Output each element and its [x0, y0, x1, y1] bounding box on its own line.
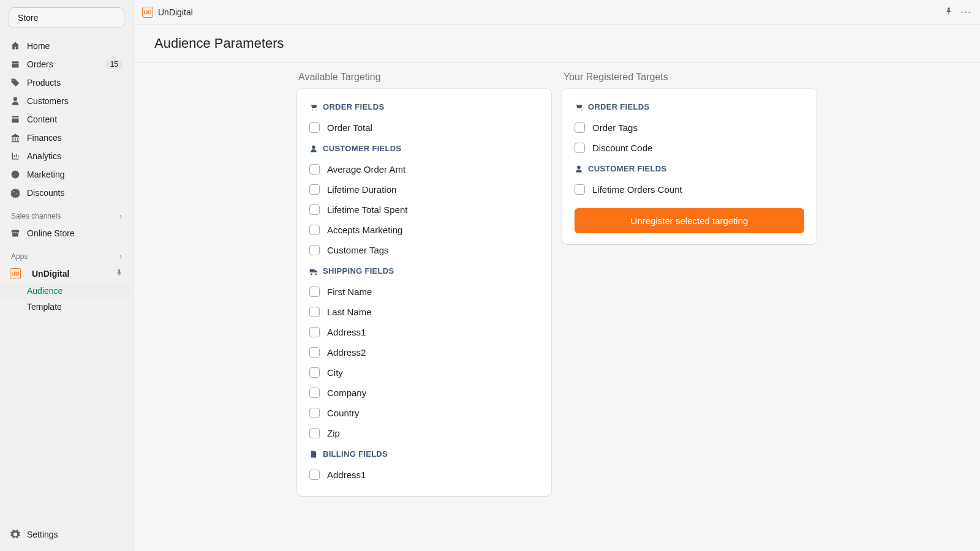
registered-column: Your Registered Targets ORDER FIELDS Ord… [562, 72, 816, 527]
content: Available Targeting ORDER FIELDS Order T… [134, 63, 980, 551]
field-label: Customer Tags [327, 245, 389, 255]
group-label: BILLING FIELDS [323, 449, 388, 459]
nav-online-store[interactable]: Online Store [0, 224, 133, 242]
available-card: ORDER FIELDS Order Total CUSTOMER FIELDS… [297, 89, 551, 496]
cart-icon [575, 103, 583, 111]
checkbox[interactable] [309, 470, 320, 480]
field-bill-address1[interactable]: Address1 [309, 465, 539, 485]
checkbox[interactable] [309, 225, 320, 235]
field-ship-address2[interactable]: Address2 [309, 342, 539, 362]
bank-icon [10, 132, 21, 143]
checkbox[interactable] [309, 122, 320, 133]
nav-marketing[interactable]: Marketing [0, 165, 133, 184]
apps-header[interactable]: Apps › [0, 242, 133, 264]
checkbox[interactable] [575, 184, 585, 195]
more-icon[interactable]: ··· [960, 6, 971, 18]
field-ship-zip[interactable]: Zip [309, 423, 539, 443]
available-title: Available Targeting [297, 72, 551, 89]
field-lifetime-total-spent[interactable]: Lifetime Total Spent [309, 200, 539, 220]
field-lifetime-orders-count[interactable]: Lifetime Orders Count [575, 179, 804, 200]
nav-label: Customers [27, 96, 69, 106]
registered-card: ORDER FIELDS Order Tags Discount Code CU… [562, 89, 816, 244]
checkbox[interactable] [575, 143, 585, 153]
nav-label: Marketing [27, 170, 64, 179]
field-discount-code[interactable]: Discount Code [575, 138, 804, 158]
sales-channels-header[interactable]: Sales channels › [0, 202, 133, 224]
field-ship-country[interactable]: Country [309, 403, 539, 423]
field-ship-company[interactable]: Company [309, 383, 539, 403]
truck-icon [309, 267, 318, 276]
nav-primary: Home Orders 15 Products Customers Conten… [0, 37, 133, 202]
field-label: Country [327, 408, 360, 418]
checkbox[interactable] [309, 388, 320, 398]
field-label: Address2 [327, 347, 366, 358]
subnav-audience[interactable]: Audience [0, 283, 133, 299]
nav-label: Discounts [27, 188, 64, 198]
field-label: Order Total [327, 122, 372, 133]
discount-icon [10, 187, 21, 198]
field-label: Lifetime Total Spent [327, 204, 407, 215]
section-label: Sales channels [11, 212, 61, 220]
unregister-button[interactable]: Unregister selected targeting [575, 208, 804, 233]
checkbox[interactable] [309, 367, 320, 378]
nav-settings[interactable]: Settings [0, 525, 133, 544]
checkbox[interactable] [309, 245, 320, 255]
field-accepts-marketing[interactable]: Accepts Marketing [309, 220, 539, 240]
pin-icon[interactable] [115, 269, 123, 279]
group-label: CUSTOMER FIELDS [588, 164, 667, 173]
nav-content[interactable]: Content [0, 110, 133, 129]
store-icon [10, 228, 21, 239]
pin-icon[interactable] [944, 7, 953, 18]
field-ship-last-name[interactable]: Last Name [309, 302, 539, 322]
nav-discounts[interactable]: Discounts [0, 184, 133, 202]
checkbox[interactable] [309, 287, 320, 297]
field-ship-first-name[interactable]: First Name [309, 282, 539, 302]
person-icon [309, 144, 318, 153]
field-label: Lifetime Orders Count [592, 184, 682, 195]
checkbox[interactable] [309, 327, 320, 337]
sidebar-app-undigital[interactable]: UD UnDigital [0, 264, 133, 283]
registered-title: Your Registered Targets [562, 72, 816, 89]
nav-home[interactable]: Home [0, 37, 133, 55]
page-title: Audience Parameters [154, 36, 959, 51]
checkbox[interactable] [309, 408, 320, 418]
sidebar: Store Home Orders 15 Products Customers … [0, 0, 134, 551]
field-label: City [327, 367, 343, 378]
nav-customers[interactable]: Customers [0, 92, 133, 110]
person-icon [575, 165, 583, 173]
nav-products[interactable]: Products [0, 73, 133, 92]
nav-finances[interactable]: Finances [0, 129, 133, 147]
checkbox[interactable] [309, 184, 320, 195]
available-column: Available Targeting ORDER FIELDS Order T… [297, 72, 551, 527]
nav-analytics[interactable]: Analytics [0, 147, 133, 165]
subnav-template[interactable]: Template [0, 299, 133, 315]
field-order-total[interactable]: Order Total [309, 118, 539, 138]
field-lifetime-duration[interactable]: Lifetime Duration [309, 179, 539, 200]
field-ship-city[interactable]: City [309, 362, 539, 383]
field-label: Order Tags [592, 122, 638, 133]
undigital-logo-icon: UD [142, 7, 153, 18]
group-label: CUSTOMER FIELDS [323, 144, 402, 153]
field-customer-tags[interactable]: Customer Tags [309, 240, 539, 260]
chevron-right-icon: › [119, 212, 122, 220]
store-button[interactable]: Store [9, 7, 124, 28]
nav-label: Home [27, 41, 50, 51]
home-icon [10, 40, 21, 51]
checkbox[interactable] [575, 122, 585, 133]
checkbox[interactable] [309, 164, 320, 174]
nav-orders[interactable]: Orders 15 [0, 55, 133, 73]
target-icon [10, 169, 21, 180]
checkbox[interactable] [309, 307, 320, 317]
field-ship-address1[interactable]: Address1 [309, 322, 539, 342]
group-label: ORDER FIELDS [323, 102, 384, 111]
field-order-tags[interactable]: Order Tags [575, 118, 804, 138]
checkbox[interactable] [309, 347, 320, 358]
field-avg-order-amt[interactable]: Average Order Amt [309, 159, 539, 179]
content-icon [10, 114, 21, 125]
checkbox[interactable] [309, 204, 320, 215]
checkbox[interactable] [309, 428, 320, 438]
field-label: Address1 [327, 470, 366, 480]
chart-icon [10, 151, 21, 162]
cart-icon [309, 103, 318, 111]
field-label: Company [327, 388, 366, 398]
